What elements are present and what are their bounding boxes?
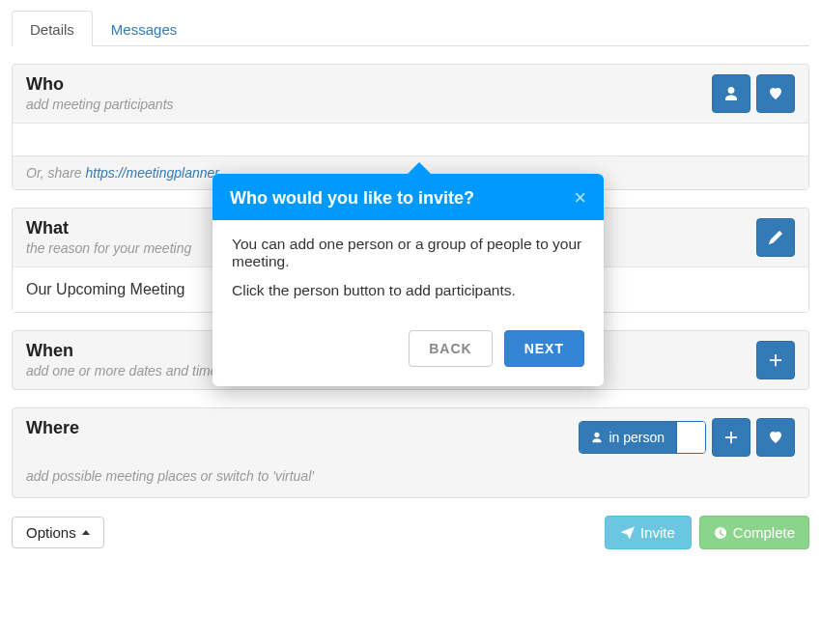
where-title: Where: [26, 418, 579, 438]
heart-icon: [768, 430, 783, 445]
options-label: Options: [26, 524, 76, 541]
who-favorite-button[interactable]: [756, 74, 795, 113]
add-person-button[interactable]: [712, 74, 750, 113]
where-subtitle: add possible meeting places or switch to…: [13, 468, 808, 497]
in-person-label: in person: [609, 430, 665, 445]
caret-up-icon: [82, 530, 90, 535]
pencil-icon: [769, 231, 782, 244]
popover-title: Who would you like to invite?: [230, 188, 574, 209]
options-button[interactable]: Options: [12, 517, 104, 548]
bottom-row: Options Invite Complete: [12, 516, 809, 549]
invite-button[interactable]: Invite: [605, 516, 692, 549]
complete-button[interactable]: Complete: [699, 516, 809, 549]
person-icon: [723, 86, 739, 101]
popover-arrow: [406, 162, 433, 176]
who-subtitle: add meeting participants: [26, 97, 712, 112]
heart-icon: [768, 86, 783, 101]
tab-messages[interactable]: Messages: [93, 11, 195, 46]
complete-label: Complete: [733, 524, 795, 541]
plus-icon: [724, 431, 738, 444]
popover-text-1: You can add one person or a group of peo…: [232, 236, 584, 270]
popover-back-button[interactable]: BACK: [409, 330, 492, 367]
tabs: Details Messages: [12, 10, 809, 46]
invite-label: Invite: [640, 524, 675, 541]
tab-details[interactable]: Details: [12, 11, 93, 46]
where-favorite-button[interactable]: [756, 418, 795, 457]
panel-where: Where in person add possible meeting: [12, 407, 809, 498]
paper-plane-icon: [621, 526, 635, 540]
add-when-button[interactable]: [756, 341, 795, 379]
plus-icon: [769, 353, 782, 367]
in-person-dropdown[interactable]: [676, 422, 705, 453]
in-person-toggle[interactable]: in person: [579, 421, 706, 454]
popover-next-button[interactable]: NEXT: [504, 330, 584, 367]
tour-popover: Who would you like to invite? × You can …: [212, 174, 604, 386]
add-where-button[interactable]: [712, 418, 750, 457]
popover-text-2: Click the person button to add participa…: [232, 282, 584, 299]
share-link[interactable]: https://meetingplanner...: [85, 165, 230, 181]
clock-icon: [714, 526, 727, 540]
person-icon: [591, 432, 603, 443]
who-title: Who: [26, 74, 712, 95]
who-body: [13, 123, 808, 155]
popover-close-button[interactable]: ×: [574, 187, 586, 209]
edit-what-button[interactable]: [756, 218, 795, 257]
